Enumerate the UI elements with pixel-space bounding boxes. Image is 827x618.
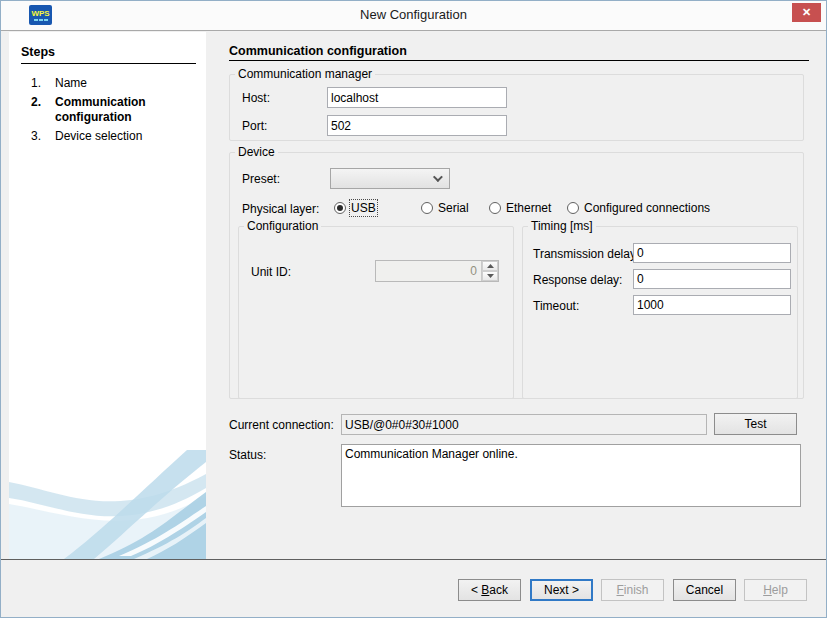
configuration-legend: Configuration [244,219,321,233]
step-label: Device selection [55,129,198,144]
device-legend: Device [235,145,278,159]
configuration-group: Configuration Unit ID: 0 [238,219,514,399]
step-label: Communication configuration [55,95,198,125]
arrow-down-icon [487,274,494,278]
port-label: Port: [242,119,267,133]
close-icon: ✕ [802,7,811,18]
spinner-down-button[interactable] [482,271,498,281]
port-input[interactable] [327,115,507,136]
swoosh-watermark-graphic [9,444,206,559]
step-number: 3. [31,129,55,144]
status-label: Status: [229,448,266,462]
new-configuration-dialog: WPS New Configuration ✕ Steps 1. Name 2.… [0,0,827,618]
timing-legend: Timing [ms] [528,219,596,233]
radio-icon [334,202,346,214]
step-item-0: 1. Name [9,74,206,93]
spinner-up-button[interactable] [482,261,498,271]
radio-label: Ethernet [506,201,551,215]
footer-button-2: Finish [601,579,664,601]
status-textarea[interactable]: Communication Manager online. [341,444,801,507]
physical-layer-label: Physical layer: [242,202,319,216]
transmission-delay-input[interactable] [633,243,791,263]
radio-icon [567,202,579,214]
radio-label: USB [351,201,376,215]
communication-manager-legend: Communication manager [235,67,375,81]
communication-manager-group: Communication manager Host: Port: [229,67,804,141]
response-delay-input[interactable] [633,269,791,289]
radio-physical-3[interactable]: Configured connections [567,201,710,215]
page-title-rule [229,60,809,61]
page-title: Communication configuration [229,44,407,58]
footer-button-1[interactable]: Next > [530,579,593,601]
radio-physical-1[interactable]: Serial [421,201,469,215]
preset-label: Preset: [242,172,280,186]
response-delay-label: Response delay: [533,273,622,287]
footer-button-3[interactable]: Cancel [673,579,736,601]
radio-physical-0[interactable]: USB [334,201,376,215]
steps-heading: Steps [21,45,196,64]
unit-id-stepper: 0 [375,260,499,282]
step-item-2: 3. Device selection [9,127,206,146]
transmission-delay-label: Transmission delay: [533,247,639,261]
test-button[interactable]: Test [714,413,797,435]
arrow-up-icon [487,264,494,268]
step-number: 2. [31,95,55,125]
steps-sidebar: Steps 1. Name 2. Communication configura… [9,32,206,559]
current-connection-label: Current connection: [229,418,334,432]
unit-id-spin-buttons [481,261,498,281]
unit-id-value: 0 [376,261,481,281]
radio-icon [421,202,433,214]
preset-select[interactable] [330,168,450,189]
radio-label: Configured connections [584,201,710,215]
close-button[interactable]: ✕ [792,3,821,22]
radio-icon [489,202,501,214]
radio-physical-2[interactable]: Ethernet [489,201,551,215]
current-connection-field [341,414,707,435]
host-label: Host: [242,91,270,105]
timeout-label: Timeout: [533,299,579,313]
timeout-input[interactable] [633,295,791,315]
steps-list: 1. Name 2. Communication configuration 3… [9,74,206,146]
device-group: Device Preset: Physical layer: USB Seria… [229,145,804,399]
step-number: 1. [31,76,55,91]
chevron-down-icon [433,172,443,182]
footer-button-4: Help [744,579,807,601]
footer-button-0[interactable]: < Back [458,579,521,601]
title-bar: WPS New Configuration ✕ [1,1,826,31]
step-item-1: 2. Communication configuration [9,93,206,127]
window-title: New Configuration [1,7,826,22]
host-input[interactable] [327,87,507,108]
timing-group: Timing [ms] Transmission delay: Response… [522,219,798,399]
radio-label: Serial [438,201,469,215]
unit-id-label: Unit ID: [251,265,291,279]
step-label: Name [55,76,198,91]
